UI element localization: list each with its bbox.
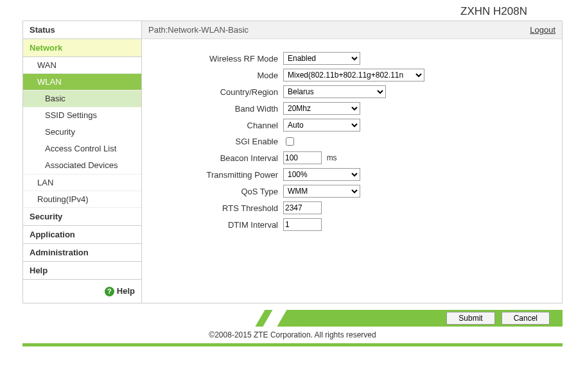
sidebar-wlan-acl[interactable]: Access Control List xyxy=(23,141,141,157)
select-qos[interactable]: WMM xyxy=(283,185,360,198)
help-label: Help xyxy=(117,286,135,296)
label-bandwidth: Band Width xyxy=(155,104,283,114)
content-area: Path:Network-WLAN-Basic Logout Wireless … xyxy=(142,21,562,303)
cancel-button[interactable]: Cancel xyxy=(502,312,550,325)
sidebar-wlan-associated[interactable]: Associated Devices xyxy=(23,157,141,174)
select-bandwidth[interactable]: 20Mhz xyxy=(283,102,360,115)
label-dtim: DTIM Interval xyxy=(155,220,283,230)
path-label: Path: xyxy=(148,25,168,35)
sidebar-sub-wan[interactable]: WAN xyxy=(23,57,141,74)
sidebar-wlan-ssid[interactable]: SSID Settings xyxy=(23,107,141,124)
sidebar-sub-wlan[interactable]: WLAN xyxy=(23,74,141,90)
checkbox-sgi[interactable] xyxy=(286,137,294,146)
sidebar: Status Network WAN WLAN Basic SSID Setti… xyxy=(23,21,142,303)
select-rf-mode[interactable]: Enabled xyxy=(283,52,360,65)
select-country[interactable]: Belarus xyxy=(283,85,386,98)
copyright: ©2008-2015 ZTE Corporation. All rights r… xyxy=(22,327,563,343)
select-channel[interactable]: Auto xyxy=(283,119,360,132)
label-mode: Mode xyxy=(155,71,283,80)
form-area: Wireless RF Mode Enabled Mode Mixed(802.… xyxy=(142,39,562,241)
label-rf-mode: Wireless RF Mode xyxy=(155,54,283,64)
input-beacon[interactable] xyxy=(283,151,322,164)
sidebar-wlan-security[interactable]: Security xyxy=(23,124,141,141)
label-sgi: SGI Enable xyxy=(155,137,283,146)
sidebar-sub-lan[interactable]: LAN xyxy=(23,174,141,191)
label-country: Country/Region xyxy=(155,87,283,97)
help-icon: ? xyxy=(105,287,114,296)
model-name: ZXHN H208N xyxy=(0,0,585,21)
input-rts[interactable] xyxy=(283,201,322,214)
logout-link[interactable]: Logout xyxy=(530,25,555,35)
path-value: Network-WLAN-Basic xyxy=(168,25,249,35)
sidebar-item-status[interactable]: Status xyxy=(23,21,141,39)
select-txpower[interactable]: 100% xyxy=(283,168,360,181)
input-dtim[interactable] xyxy=(283,218,322,231)
label-txpower: Transmitting Power xyxy=(155,170,283,180)
path-bar: Path:Network-WLAN-Basic Logout xyxy=(142,21,562,39)
sidebar-wlan-basic[interactable]: Basic xyxy=(23,90,141,107)
sidebar-item-administration[interactable]: Administration xyxy=(23,244,141,262)
help-link[interactable]: ?Help xyxy=(23,280,141,303)
label-beacon: Beacon Interval xyxy=(155,153,283,163)
unit-beacon: ms xyxy=(327,153,337,162)
sidebar-item-application[interactable]: Application xyxy=(23,226,141,244)
action-bar: Submit Cancel xyxy=(22,310,563,327)
footer: Submit Cancel ©2008-2015 ZTE Corporation… xyxy=(22,310,563,343)
label-rts: RTS Threshold xyxy=(155,203,283,213)
main-frame: Status Network WAN WLAN Basic SSID Setti… xyxy=(22,21,563,303)
label-channel: Channel xyxy=(155,121,283,130)
select-mode[interactable]: Mixed(802.11b+802.11g+802.11n xyxy=(283,69,424,81)
sidebar-item-security[interactable]: Security xyxy=(23,208,141,226)
sidebar-item-network[interactable]: Network xyxy=(23,39,141,57)
sidebar-item-help[interactable]: Help xyxy=(23,262,141,280)
label-qos: QoS Type xyxy=(155,187,283,196)
bottom-accent-bar xyxy=(22,343,563,346)
breadcrumb: Path:Network-WLAN-Basic xyxy=(148,25,249,35)
sidebar-sub-routing[interactable]: Routing(IPv4) xyxy=(23,191,141,208)
submit-button[interactable]: Submit xyxy=(446,312,494,325)
